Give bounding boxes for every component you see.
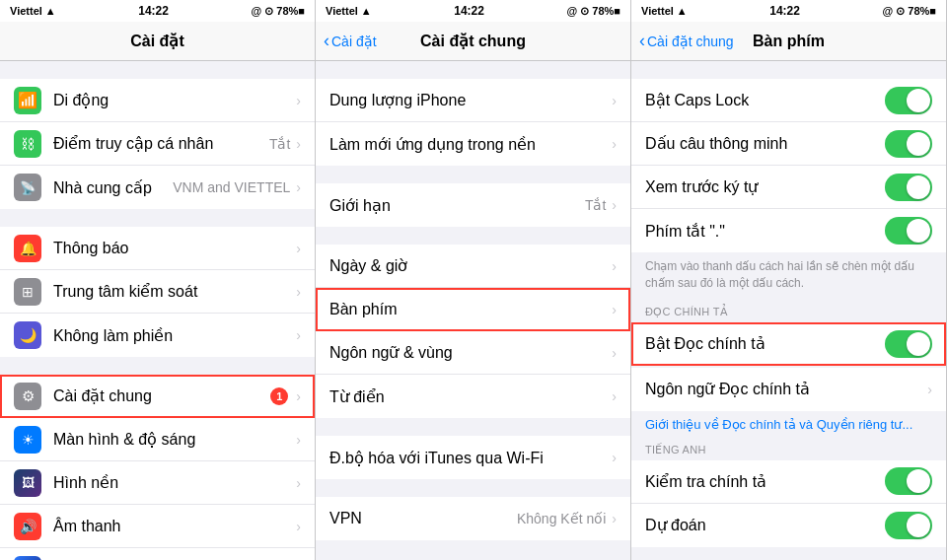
battery-icon-2: @ ⊙ 78%■ [567,5,621,18]
chevron-dung-luong: › [612,93,617,108]
phim-tat-label: Phím tắt "." [645,222,885,241]
list-item-dau-cau[interactable]: Dấu câu thông minh [631,122,946,166]
list-item-lam-moi[interactable]: Làm mới ứng dụng trong nền › [316,122,630,166]
list-item-ngon-ngu-doc[interactable]: Ngôn ngữ Đọc chính tả › [631,368,946,411]
list-item-hinh-nen[interactable]: 🖼 Hình nền › [0,461,315,505]
spacer3 [0,357,315,375]
toggle-kiem-tra-chinh-ta[interactable] [885,467,932,495]
nha-cung-cap-label: Nhà cung cấp [53,178,173,197]
list-item-trung-tam[interactable]: ⊞ Trung tâm kiểm soát › [0,270,315,314]
nav-back-3[interactable]: ‹ Cài đặt chung [639,32,734,51]
panel2-content: Dung lượng iPhone › Làm mới ứng dụng tro… [316,61,630,560]
vpn-value: Không Kết nối [517,511,606,526]
status-carrier-3: Viettel ▲ [641,5,688,17]
list-item-man-hinh[interactable]: ☀ Màn hình & độ sáng › [0,418,315,461]
cai-dat-chung-icon: ⚙ [14,383,41,410]
list-item-dong-bo[interactable]: Đ.bộ hóa với iTunes qua Wi-Fi › [316,436,630,479]
chevron-thong-bao: › [296,241,301,256]
list-item-thong-bao[interactable]: 🔔 Thông báo › [0,227,315,270]
carrier-text-1: Viettel [10,5,42,17]
list-item-am-thanh[interactable]: 🔊 Âm thanh › [0,505,315,548]
ngon-ngu-doc-label: Ngôn ngữ Đọc chính tả [645,380,927,398]
list-item-ngon-ngu[interactable]: Ngôn ngữ & vùng › [316,331,630,375]
nav-back-2[interactable]: ‹ Cài đặt [324,32,377,51]
chevron-ban-phim: › [612,302,617,317]
spacer-p2-2 [316,166,630,183]
trung-tam-label: Trung tâm kiểm soát [53,282,296,301]
toggle-bat-doc-chinh-ta[interactable] [885,330,932,358]
link-doc-chinh-ta[interactable]: Giới thiệu về Đọc chính tả và Quyền riên… [631,411,946,438]
toggle-xem-truoc[interactable] [885,174,932,201]
list-item-ngay-gio[interactable]: Ngày & giờ › [316,245,630,288]
list-item-du-doan[interactable]: Dự đoán [631,504,946,547]
panel3-content: Bật Caps Lock Dấu câu thông minh Xem trư… [631,61,946,560]
spacer [0,61,315,79]
kiem-tra-chinh-ta-label: Kiểm tra chính tả [645,472,885,491]
list-item-phim-tat[interactable]: Phím tắt "." [631,209,946,252]
status-bar-2: Viettel ▲ 14:22 @ ⊙ 78%■ [316,0,630,22]
back-label-2: Cài đặt [331,34,377,49]
list-item-bat-doc-chinh-ta[interactable]: Bật Đọc chính tả [631,322,946,366]
chevron-man-hinh: › [296,432,301,448]
list-item-diem-truy-cap[interactable]: ⛓ Điểm truy cập cá nhân Tắt › [0,122,315,166]
status-icons-2: @ ⊙ 78%■ [567,5,621,18]
ngon-ngu-label: Ngôn ngữ & vùng [329,343,612,362]
cai-dat-chung-group-1: Dung lượng iPhone › Làm mới ứng dụng tro… [316,79,630,166]
thong-bao-label: Thông báo [53,240,296,257]
ngay-gio-label: Ngày & giờ [329,256,612,275]
wifi-icon-3: ▲ [677,5,688,17]
list-item-gioi-han[interactable]: Giới hạn Tắt › [316,183,630,227]
spacer-p2-3 [316,227,630,245]
chevron-dong-bo: › [612,450,617,465]
battery-icon-1: @ ⊙ 78%■ [252,5,306,18]
spacer-p2-1 [316,61,630,79]
khong-lam-phien-label: Không làm phiền [53,326,296,345]
list-item-dung-luong[interactable]: Dung lượng iPhone › [316,79,630,122]
status-bar-3: Viettel ▲ 14:22 @ ⊙ 78%■ [631,0,946,22]
chevron-di-dong: › [296,93,301,108]
list-item-ban-phim[interactable]: Bàn phím › [316,288,630,331]
list-item-khong-lam-phien[interactable]: 🌙 Không làm phiền › [0,314,315,357]
toggle-phim-tat[interactable] [885,217,932,245]
toggle-bat-caps-lock[interactable] [885,87,932,114]
toggle-du-doan[interactable] [885,512,932,539]
nha-cung-cap-icon: 📡 [14,174,41,201]
chevron-ngay-gio: › [612,258,617,274]
hinh-nen-label: Hình nền [53,473,296,492]
settings-group-1: 📶 Di động › ⛓ Điểm truy cập cá nhân Tắt … [0,79,315,209]
status-time-1: 14:22 [138,4,169,18]
nav-bar-1: Cài đặt [0,22,315,61]
status-icons-1: @ ⊙ 78%■ [252,5,306,18]
trung-tam-icon: ⊞ [14,278,41,306]
nav-title-1: Cài đặt [130,32,183,50]
section-header-doc-chinh-ta: ĐỌC CHÍNH TẢ [631,300,946,322]
spacer-p3-1 [631,61,946,79]
nav-title-2: Cài đặt chung [420,32,526,50]
list-item-nha-cung-cap[interactable]: 📡 Nhà cung cấp VNM and VIETTEL › [0,166,315,209]
panel1-content: 📶 Di động › ⛓ Điểm truy cập cá nhân Tắt … [0,61,315,560]
carrier-text-2: Viettel [326,5,358,17]
list-item-xem-truoc[interactable]: Xem trước ký tự [631,166,946,209]
list-item-tu-dien[interactable]: Từ điển › [316,375,630,418]
gioi-han-value: Tắt [585,197,606,213]
ban-phim-group-tieng-anh: Kiểm tra chính tả Dự đoán [631,460,946,547]
du-doan-label: Dự đoán [645,516,885,534]
list-item-vpn[interactable]: VPN Không Kết nối › [316,497,630,540]
back-arrow-2: ‹ [324,31,329,51]
battery-icon-3: @ ⊙ 78%■ [883,5,937,18]
panel-settings: Viettel ▲ 14:22 @ ⊙ 78%■ Cài đặt 📶 Di độ… [0,0,316,560]
back-arrow-3: ‹ [639,31,645,51]
list-item-kiem-tra-chinh-ta[interactable]: Kiểm tra chính tả [631,460,946,504]
list-item-cai-dat-chung[interactable]: ⚙ Cài đặt chung 1 › [0,375,315,418]
chevron-trung-tam: › [296,284,301,300]
chevron-tu-dien: › [612,388,617,404]
toggle-dau-cau[interactable] [885,130,932,158]
helper-text-cach: Chạm vào thanh dấu cách hai lần sẽ chèn … [631,252,946,300]
list-item-bat-caps-lock[interactable]: Bật Caps Lock [631,79,946,122]
list-item-siri[interactable]: ◎ Siri & tìm kiếm › [0,548,315,560]
status-time-3: 14:22 [769,4,800,18]
bat-caps-lock-label: Bật Caps Lock [645,91,885,109]
status-carrier-1: Viettel ▲ [10,5,56,17]
diem-truy-cap-label: Điểm truy cập cá nhân [53,134,269,153]
list-item-di-dong[interactable]: 📶 Di động › [0,79,315,122]
